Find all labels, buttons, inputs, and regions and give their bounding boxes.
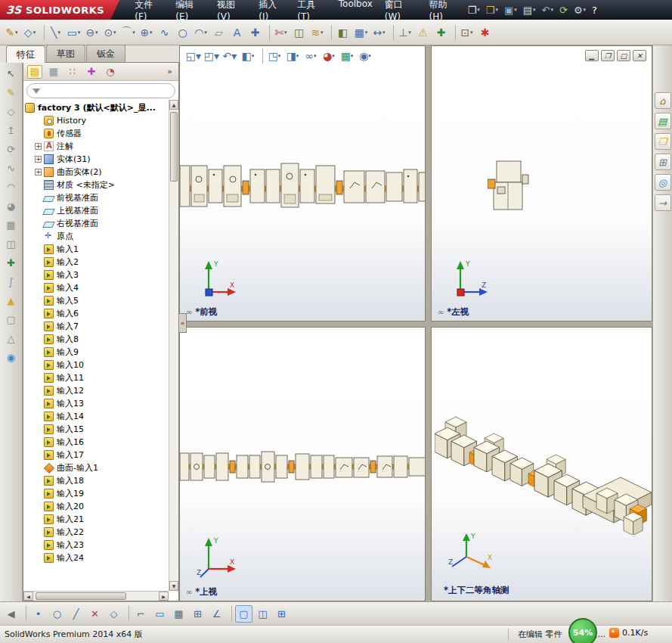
move-entities-button[interactable]: ↔▾ <box>370 23 388 42</box>
open-button[interactable]: ❒▾ <box>484 4 500 17</box>
doc-close-button[interactable]: ✕▾ <box>633 50 646 61</box>
tree-item[interactable]: 输入5 <box>25 294 168 307</box>
tree-item[interactable]: 输入17 <box>25 449 168 461</box>
table-button[interactable]: ⊞▾ <box>189 605 206 623</box>
toolbar-button[interactable]: ▾ <box>41 25 45 40</box>
tree-item[interactable]: 前视基准面 <box>25 191 168 204</box>
display-style-dropdown[interactable]: ⊡▾ <box>458 23 475 42</box>
tree-item[interactable]: 上视基准面 <box>25 204 168 217</box>
hud-button[interactable]: ▾ <box>259 48 263 64</box>
bottom-toolbar-button[interactable]: ▾ <box>23 606 26 621</box>
tree-item[interactable]: 输入4 <box>25 281 168 294</box>
new-document-button[interactable]: ❐▾ <box>466 4 482 17</box>
options-button[interactable]: ⚙▾ <box>571 4 588 17</box>
smart-dimension-button[interactable]: ◇▾ <box>21 23 39 42</box>
doc-minimize-button[interactable]: ▁▾ <box>585 50 599 61</box>
shell-tool[interactable]: ▢▾ <box>3 312 20 328</box>
commandmanager-options-button[interactable]: ✱▾ <box>476 23 494 42</box>
plane-button[interactable]: ▱▾ <box>210 23 228 42</box>
line-button[interactable]: ╲▾ <box>47 23 64 42</box>
select-tool[interactable]: ↖▾ <box>3 66 20 82</box>
featuremanager-tab[interactable]: ▤▾ <box>27 65 42 79</box>
panel-collapse-handle[interactable] <box>179 313 187 333</box>
zoom-to-fit-button[interactable]: ◱▾ <box>185 48 202 64</box>
edit-appearance-button[interactable]: ◕▾ <box>321 48 337 64</box>
scroll-left-button[interactable]: ◀ <box>23 592 33 601</box>
tree-item[interactable]: 右视基准面 <box>25 217 168 230</box>
viewport-four-button[interactable]: ⊞▾ <box>273 605 290 623</box>
tree-item[interactable]: 传感器 <box>25 127 168 140</box>
file-explorer-tab[interactable]: ❒▾ <box>655 133 671 150</box>
expand-icon[interactable] <box>35 143 42 150</box>
resources-tab[interactable]: ⌂▾ <box>655 92 671 109</box>
filter-input[interactable] <box>44 85 169 97</box>
design-library-tab[interactable]: ▤▾ <box>655 113 671 129</box>
slot-button[interactable]: ⊖▾ <box>83 23 101 42</box>
zoom-to-area-button[interactable]: ◰▾ <box>203 48 220 64</box>
toolbar-button[interactable]: ▾ <box>328 25 332 40</box>
rapid-sketch-button[interactable]: ✚▾ <box>432 23 450 42</box>
arc-button[interactable]: ⌒▾ <box>119 23 137 42</box>
sketch-button[interactable]: ✎▾ <box>3 23 20 42</box>
rebuild-button[interactable]: ⟳▾ <box>557 4 570 17</box>
sketch-polygon-button[interactable]: ◇▾ <box>105 605 122 623</box>
display-style-button[interactable]: ◨▾ <box>284 48 301 64</box>
menu-item[interactable]: 插入(I) <box>252 0 291 25</box>
viewport-single-button[interactable]: ▢▾ <box>235 605 252 623</box>
instant3d-tool[interactable]: ▲▾ <box>3 293 20 309</box>
tree-item[interactable]: 输入24 <box>25 551 168 564</box>
dimension-tool[interactable]: ◇▾ <box>3 104 20 120</box>
circle-button[interactable]: ⊙▾ <box>101 23 119 42</box>
tree-item[interactable]: 曲面实体(2) <box>25 166 168 179</box>
sketch-point-button[interactable]: •▾ <box>29 605 47 623</box>
dimxpertmanager-tab[interactable]: ✚▾ <box>84 65 99 79</box>
bottom-toolbar-button[interactable]: ▾ <box>228 606 232 621</box>
polygon-button[interactable]: ⊕▾ <box>138 23 155 42</box>
scroll-up-button[interactable]: ▲ <box>169 100 178 110</box>
menu-item[interactable]: 编辑(E) <box>169 0 211 25</box>
view-palette-tab[interactable]: ⊞▾ <box>655 154 671 170</box>
toolbar-button[interactable]: ▾ <box>452 25 456 40</box>
convert-entities-button[interactable]: ◫▾ <box>290 23 308 42</box>
configurationmanager-tab[interactable]: ∷▾ <box>65 65 80 79</box>
angle-button[interactable]: ∠▾ <box>208 605 225 623</box>
loft-tool[interactable]: ◠▾ <box>3 179 20 195</box>
section-view-button[interactable]: ◧▾ <box>240 48 256 64</box>
tree-item[interactable]: 输入3 <box>25 269 168 281</box>
draft-tool[interactable]: △▾ <box>3 331 20 346</box>
toolbar-button[interactable]: ▾ <box>266 25 270 40</box>
doc-maximize-button[interactable]: □▾ <box>617 50 630 61</box>
expand-icon[interactable] <box>35 156 42 163</box>
tree-item[interactable]: 输入18 <box>25 474 168 487</box>
repair-sketch-button[interactable]: ⚠▾ <box>414 23 432 42</box>
point-button[interactable]: ✚▾ <box>246 23 264 42</box>
corner-button[interactable]: ⌐▾ <box>132 605 150 623</box>
tree-item[interactable]: 输入6 <box>25 307 168 320</box>
appearances-tab[interactable]: ◎▾ <box>655 174 671 191</box>
snap-point-button[interactable]: ○▾ <box>48 605 66 623</box>
mirror-tool[interactable]: ◫▾ <box>3 236 20 252</box>
tab-features[interactable]: 特征 <box>6 45 45 63</box>
offset-entities-button[interactable]: ≋▾ <box>308 23 326 42</box>
tree-vertical-scrollbar[interactable]: ▲ ▼ <box>169 100 178 591</box>
previous-view-button[interactable]: ↶▾ <box>221 48 238 64</box>
linear-sketch-pattern-button[interactable]: ▦▾ <box>352 23 370 42</box>
menu-item[interactable]: 视图(V) <box>211 0 252 25</box>
grid-button[interactable]: ▦▾ <box>170 605 187 623</box>
toolbar-overflow-left[interactable]: ◀▾ <box>2 605 20 623</box>
tree-item[interactable]: 输入12 <box>25 384 168 397</box>
toolbar-button[interactable]: ▾ <box>390 25 394 40</box>
text-button[interactable]: A▾ <box>228 23 246 42</box>
tree-item[interactable]: 注解 <box>25 140 168 153</box>
apply-scene-button[interactable]: ▦▾ <box>339 48 355 64</box>
tree-item[interactable]: 实体(31) <box>25 153 168 166</box>
viewport-two-button[interactable]: ◫▾ <box>254 605 271 623</box>
curves-tool[interactable]: ∫▾ <box>3 274 20 290</box>
sketch-tool[interactable]: ✎▾ <box>3 85 20 101</box>
tree-item[interactable]: 输入13 <box>25 397 168 410</box>
bottom-toolbar-button[interactable]: ▾ <box>125 606 129 621</box>
tree-item[interactable]: 输入8 <box>25 333 168 346</box>
tree-item[interactable]: 输入23 <box>25 539 168 551</box>
pattern-tool[interactable]: ▦▾ <box>3 217 20 233</box>
tree-item[interactable]: 输入11 <box>25 371 168 384</box>
